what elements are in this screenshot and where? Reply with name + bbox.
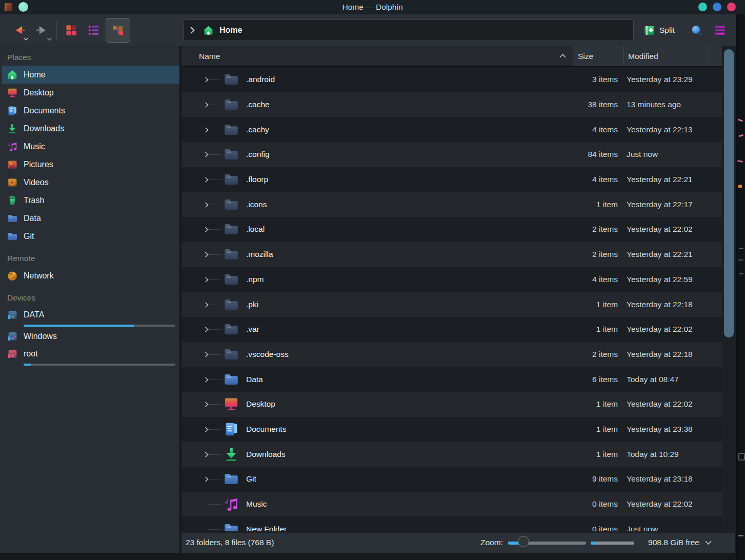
sidebar-item-label: Git [24, 232, 34, 241]
file-name[interactable]: .var [246, 325, 259, 334]
file-name[interactable]: .mozilla [246, 250, 273, 259]
free-space-text: 908.8 GiB free [633, 538, 699, 547]
file-row-.pki[interactable]: .pki1 itemYesterday at 22:18 [182, 292, 722, 317]
tree-branch-line [208, 229, 222, 230]
file-row-.npm[interactable]: .npm4 itemsYesterday at 22:59 [182, 267, 722, 292]
search-button[interactable] [687, 18, 706, 42]
file-row-data[interactable]: Data6 itemsToday at 08:47 [182, 367, 722, 392]
tree-view-button[interactable] [106, 18, 130, 43]
sidebar-item-label: Downloads [24, 124, 64, 133]
file-size: 38 items [573, 100, 618, 109]
file-name[interactable]: .icons [246, 200, 267, 209]
file-row-new-folder[interactable]: New Folder0 itemsJust now [182, 516, 722, 531]
file-name[interactable]: .config [246, 150, 270, 159]
file-name[interactable]: New Folder [246, 525, 287, 531]
sidebar-section-header-remote: Remote [0, 250, 179, 267]
forward-history-chevron-icon [47, 37, 52, 41]
file-name[interactable]: .android [246, 75, 275, 84]
file-row-.icons[interactable]: .icons1 itemYesterday at 22:17 [182, 192, 722, 217]
file-name[interactable]: .vscode-oss [246, 350, 289, 359]
sidebar-item-trash[interactable]: Trash [0, 191, 179, 209]
location-bar[interactable]: Home [183, 19, 634, 41]
sidebar-item-label: DATA [24, 310, 44, 319]
file-name[interactable]: .cache [246, 100, 270, 109]
column-header-spacer [708, 46, 722, 66]
sidebar-item-data[interactable]: DATA [0, 306, 179, 327]
file-row-.mozilla[interactable]: .mozilla2 itemsYesterday at 22:21 [182, 242, 722, 267]
sidebar-item-git[interactable]: Git [0, 227, 179, 245]
desktop-icon [6, 87, 18, 99]
file-row-.local[interactable]: .local2 itemsYesterday at 22:02 [182, 217, 722, 242]
free-space-chevron-icon[interactable] [704, 540, 712, 545]
icons-view-button[interactable] [62, 18, 81, 42]
window-title: Home — Dolphin [0, 3, 745, 12]
hamburger-menu-button[interactable] [711, 18, 729, 42]
sidebar-item-label: Desktop [24, 88, 54, 97]
file-row-documents[interactable]: Documents1 itemYesterday at 23:38 [182, 417, 722, 442]
file-name[interactable]: Music [246, 499, 267, 509]
sidebar-item-label: Network [24, 271, 54, 281]
file-row-desktop[interactable]: Desktop1 itemYesterday at 22:02 [182, 392, 722, 417]
documents-icon [6, 105, 18, 117]
file-row-.vscode-oss[interactable]: .vscode-oss2 itemsYesterday at 22:18 [182, 342, 722, 367]
tree-branch-line [208, 529, 222, 530]
file-row-.var[interactable]: .var1 itemYesterday at 22:02 [182, 317, 722, 342]
tree-branch-line [208, 130, 222, 130]
file-name[interactable]: .cachy [246, 125, 269, 134]
file-name[interactable]: Git [246, 474, 256, 484]
network-icon [6, 270, 18, 282]
file-modified: Just now [627, 150, 658, 159]
file-modified: Yesterday at 22:02 [627, 399, 693, 409]
scrollbar-thumb[interactable] [724, 49, 734, 337]
file-row-.android[interactable]: .android3 itemsYesterday at 23:29 [182, 67, 722, 92]
file-name[interactable]: Downloads [246, 450, 286, 459]
sidebar-item-desktop[interactable]: Desktop [0, 84, 179, 102]
forward-button[interactable] [32, 18, 53, 42]
home-icon [6, 69, 18, 81]
file-name[interactable]: .floorp [246, 175, 268, 184]
sidebar-item-videos[interactable]: Videos [0, 173, 179, 191]
split-button[interactable]: Split [641, 18, 677, 42]
minimize-button[interactable] [698, 3, 707, 11]
file-row-.cachy[interactable]: .cachy4 itemsYesterday at 22:13 [182, 117, 722, 142]
sidebar-item-root[interactable]: root [0, 345, 179, 366]
sidebar-item-data[interactable]: Data [0, 209, 179, 227]
file-name[interactable]: .local [246, 225, 265, 234]
maximize-button[interactable] [713, 3, 721, 11]
close-button[interactable] [727, 3, 736, 11]
column-header-name[interactable]: Name [182, 46, 573, 66]
sidebar-item-home[interactable]: Home [2, 66, 179, 84]
sidebar-item-pictures[interactable]: Pictures [0, 155, 179, 173]
breadcrumb-location[interactable]: Home [219, 26, 242, 35]
file-modified: Yesterday at 23:38 [627, 425, 693, 434]
disk-capacity-fill [591, 542, 596, 545]
file-name[interactable]: .pki [246, 300, 258, 309]
file-modified: Yesterday at 22:18 [627, 300, 693, 309]
file-row-.cache[interactable]: .cache38 items13 minutes ago [182, 92, 722, 117]
toolbar-separator [56, 21, 57, 40]
file-name[interactable]: .npm [246, 275, 264, 284]
sidebar-section-header-places: Places [0, 49, 179, 66]
file-row-git[interactable]: Git9 itemsYesterday at 23:18 [182, 467, 722, 492]
column-header-modified[interactable]: Modified [623, 46, 708, 66]
file-modified: Today at 10:29 [627, 450, 679, 459]
sidebar-item-downloads[interactable]: Downloads [0, 119, 179, 137]
sidebar-item-music[interactable]: Music [0, 137, 179, 155]
file-name[interactable]: Data [246, 375, 263, 384]
tree-branch-line [208, 479, 222, 479]
file-name[interactable]: Desktop [246, 399, 275, 409]
sidebar-item-documents[interactable]: Documents [0, 102, 179, 119]
file-row-music[interactable]: Music0 itemsYesterday at 22:02 [182, 492, 722, 517]
file-row-.floorp[interactable]: .floorp4 itemsYesterday at 22:21 [182, 167, 722, 192]
details-view-button[interactable] [84, 18, 104, 42]
zoom-slider-handle[interactable] [518, 536, 529, 547]
file-row-.config[interactable]: .config84 itemsJust now [182, 142, 722, 167]
disk-capacity-bar [591, 542, 634, 545]
file-size: 2 items [573, 250, 618, 259]
sidebar-item-windows[interactable]: Windows [0, 327, 179, 345]
back-button[interactable] [8, 18, 30, 42]
column-header-size[interactable]: Size [573, 46, 623, 66]
sidebar-item-network[interactable]: Network [0, 267, 179, 285]
file-row-downloads[interactable]: Downloads1 itemToday at 10:29 [182, 442, 722, 467]
file-name[interactable]: Documents [246, 425, 286, 434]
